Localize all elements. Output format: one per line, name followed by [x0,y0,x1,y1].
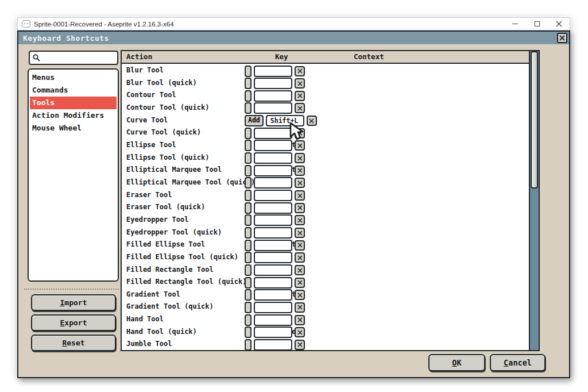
table-row[interactable]: Eyedropper Tool (quick) Alt [122,227,529,240]
section-list-item[interactable]: Mouse Wheel [30,122,117,134]
table-row[interactable]: Curve Tool Add Shift+L [122,115,529,128]
minimize-icon[interactable] [504,18,526,30]
table-row[interactable]: Eraser Tool E [122,190,529,202]
table-row[interactable]: Elliptical Marquee Tool (quick) [122,177,529,190]
add-key-button[interactable] [245,227,252,239]
remove-key-button[interactable] [295,340,305,350]
key-field[interactable] [254,252,292,263]
add-key-button[interactable] [245,339,252,350]
section-list-item[interactable]: Commands [30,84,117,97]
remove-key-button[interactable] [295,91,305,101]
remove-key-button[interactable] [295,153,305,163]
add-key-button[interactable] [245,66,252,77]
reset-button[interactable]: Reset [31,335,116,351]
remove-key-button[interactable] [295,265,305,275]
remove-key-button[interactable] [295,278,305,288]
import-button[interactable]: Import [31,294,116,311]
add-key-button[interactable] [245,190,252,201]
section-list-item[interactable]: Menus [30,71,117,84]
add-key-button[interactable] [245,302,252,313]
table-row[interactable]: Hand Tool (quick) Space [122,326,529,339]
add-key-button[interactable] [245,152,252,164]
table-row[interactable]: Gradient Tool Shift+G [122,289,529,302]
table-row[interactable]: Elliptical Marquee Tool Shift+M [122,164,529,177]
remove-key-button[interactable] [295,103,305,113]
add-key-button[interactable] [245,128,252,139]
search-input[interactable] [41,54,109,62]
key-field[interactable] [254,152,292,164]
remove-key-button[interactable] [307,116,317,126]
add-key-button[interactable] [245,165,252,176]
table-row[interactable]: Hand Tool H [122,314,529,326]
key-field[interactable] [254,326,292,338]
table-row[interactable]: Eraser Tool (quick) [122,202,529,214]
key-field[interactable] [254,277,292,289]
key-field[interactable] [254,190,292,201]
table-row[interactable]: Ellipse Tool Shift+U [122,140,529,152]
remove-key-button[interactable] [295,327,305,337]
key-field[interactable] [254,202,292,214]
key-field[interactable] [254,214,292,226]
remove-key-button[interactable] [295,228,305,238]
search-box[interactable] [29,51,118,65]
table-row[interactable]: Blur Tool (quick) [122,78,529,90]
add-key-button[interactable]: Add [245,115,264,126]
remove-key-button[interactable] [295,203,305,213]
table-row[interactable]: Eyedropper Tool I [122,214,529,227]
remove-key-button[interactable] [295,190,305,201]
add-key-button[interactable] [245,289,252,301]
add-key-button[interactable] [245,214,252,226]
remove-key-button[interactable] [295,290,305,300]
table-row[interactable]: Filled Rectangle Tool U [122,264,529,277]
dialog-close-icon[interactable] [557,33,567,43]
section-list-item[interactable]: Tools [30,97,117,109]
table-row[interactable]: Contour Tool (quick) [122,102,529,115]
remove-key-button[interactable] [295,178,305,188]
key-field[interactable] [254,227,292,239]
table-row[interactable]: Ellipse Tool (quick) [122,152,529,165]
key-field[interactable] [254,140,292,151]
table-row[interactable]: Jumble Tool R [122,339,529,350]
ok-button[interactable]: OK [428,354,485,371]
remove-key-button[interactable] [295,166,305,176]
table-row[interactable]: Filled Ellipse Tool Shift+U [122,239,529,252]
add-key-button[interactable] [245,326,252,338]
key-field[interactable]: Shift+L [266,115,304,126]
add-key-button[interactable] [245,102,252,114]
key-field[interactable] [254,90,292,102]
table-row[interactable]: Gradient Tool (quick) [122,301,529,314]
table-row[interactable]: Filled Ellipse Tool (quick) [122,252,529,264]
export-button[interactable]: Export [31,314,116,331]
remove-key-button[interactable] [295,215,305,225]
add-key-button[interactable] [245,202,252,214]
key-field[interactable] [254,240,292,251]
key-field[interactable] [254,264,292,276]
table-scrollbar[interactable] [529,51,539,350]
remove-key-button[interactable] [295,315,305,325]
table-row[interactable]: Blur Tool R [122,65,529,78]
key-field[interactable] [254,78,292,89]
table-row[interactable]: Filled Rectangle Tool (quick) [122,276,529,289]
table-row[interactable]: Curve Tool (quick) [122,127,529,140]
add-key-button[interactable] [245,177,252,189]
add-key-button[interactable] [245,264,252,276]
add-key-button[interactable] [245,314,252,326]
add-key-button[interactable] [245,277,252,289]
remove-key-button[interactable] [295,240,305,251]
key-field[interactable] [254,66,292,77]
remove-key-button[interactable] [295,128,305,139]
add-key-button[interactable] [245,252,252,263]
remove-key-button[interactable] [295,302,305,313]
key-field[interactable] [254,128,292,139]
remove-key-button[interactable] [295,140,305,151]
key-field[interactable] [254,339,292,350]
remove-key-button[interactable] [295,78,305,89]
add-key-button[interactable] [245,140,252,151]
key-field[interactable] [254,165,292,176]
key-field[interactable] [254,302,292,313]
add-key-button[interactable] [245,240,252,251]
key-field[interactable] [254,177,292,189]
add-key-button[interactable] [245,78,252,89]
key-field[interactable] [254,102,292,114]
remove-key-button[interactable] [295,66,305,76]
